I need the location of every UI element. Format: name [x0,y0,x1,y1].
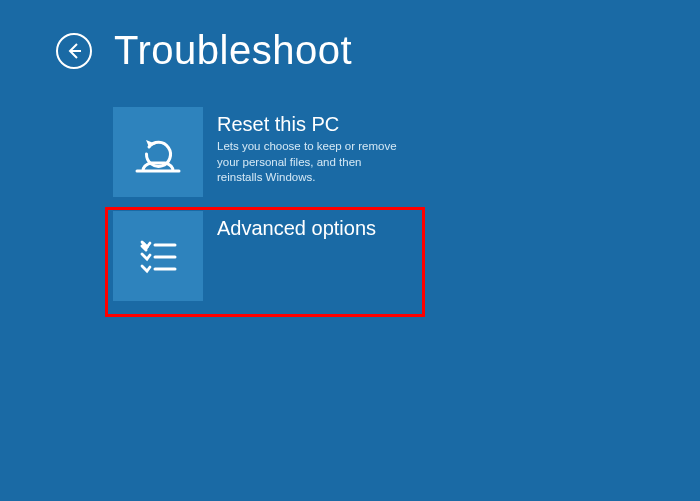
options-list: Reset this PC Lets you choose to keep or… [0,73,700,301]
back-arrow-icon [64,41,84,61]
option-title: Reset this PC [217,113,407,136]
option-reset-this-pc[interactable]: Reset this PC Lets you choose to keep or… [113,107,425,197]
header: Troubleshoot [0,0,700,73]
option-description: Lets you choose to keep or remove your p… [217,139,407,186]
option-title: Advanced options [217,217,376,240]
reset-pc-icon [113,107,203,197]
page-title: Troubleshoot [114,28,352,73]
advanced-options-icon [113,211,203,301]
back-button[interactable] [56,33,92,69]
option-advanced-options[interactable]: Advanced options [113,211,425,301]
option-body: Reset this PC Lets you choose to keep or… [203,107,407,197]
option-body: Advanced options [203,211,376,301]
